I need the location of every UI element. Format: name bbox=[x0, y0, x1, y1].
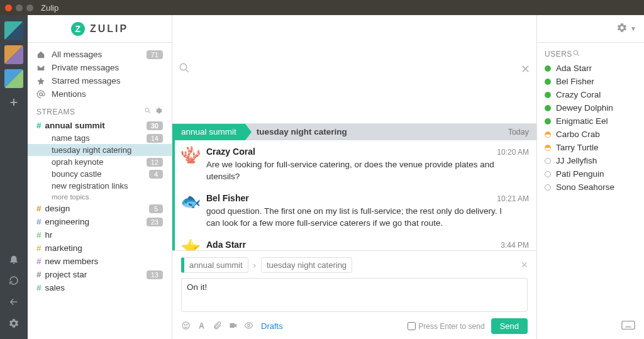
nav-private-messages[interactable]: Private messages bbox=[28, 61, 172, 74]
stream-label: engineering bbox=[45, 217, 90, 226]
stream-item[interactable]: #engineering23 bbox=[28, 215, 172, 228]
format-icon[interactable] bbox=[197, 321, 206, 332]
attach-icon[interactable] bbox=[213, 321, 222, 332]
user-item[interactable]: Sono Seahorse bbox=[537, 181, 644, 194]
user-item[interactable]: Ada Starr bbox=[537, 62, 644, 75]
compose-close-icon[interactable]: × bbox=[521, 258, 528, 272]
press-enter-checkbox[interactable] bbox=[408, 322, 416, 330]
stream-item[interactable]: #new members bbox=[28, 255, 172, 268]
compose-stream-chip[interactable]: annual summit bbox=[181, 257, 248, 273]
topic-label: new registration links bbox=[52, 181, 128, 191]
stream-item[interactable]: #hr bbox=[28, 228, 172, 242]
thread-topic-label[interactable]: tuesday night catering bbox=[257, 127, 347, 136]
users-header: USERS bbox=[537, 43, 644, 62]
press-enter-toggle[interactable]: Press Enter to send bbox=[408, 322, 484, 331]
thread-header: annual summit tuesday night catering Tod… bbox=[172, 124, 536, 140]
streams-header: STREAMS bbox=[28, 101, 172, 119]
avatar: ⭐ bbox=[180, 240, 201, 250]
stream-count-badge: 30 bbox=[147, 121, 163, 130]
nav-starred-messages[interactable]: Starred messages bbox=[28, 74, 172, 87]
stream-label: sales bbox=[45, 283, 65, 292]
send-button[interactable]: Send bbox=[491, 318, 528, 334]
stream-item[interactable]: #annual summit30 bbox=[28, 119, 172, 132]
window-maximize-button[interactable] bbox=[26, 4, 33, 11]
video-icon[interactable] bbox=[228, 321, 238, 332]
caret-down-icon[interactable]: ▼ bbox=[630, 25, 636, 32]
gear-icon[interactable] bbox=[616, 22, 628, 36]
message-text: good question. The first one on my list … bbox=[206, 205, 529, 230]
topic-item[interactable]: new registration links bbox=[28, 180, 172, 192]
stream-item[interactable]: #sales bbox=[28, 281, 172, 294]
more-topics-link[interactable]: more topics bbox=[28, 192, 172, 202]
back-icon[interactable] bbox=[8, 296, 19, 308]
reload-icon[interactable] bbox=[8, 275, 19, 286]
stream-label: design bbox=[45, 204, 70, 213]
thread-stream-chip[interactable]: annual summit bbox=[172, 124, 245, 140]
launcher-tile-2[interactable] bbox=[4, 45, 23, 64]
search-input[interactable] bbox=[195, 63, 521, 75]
user-name: Tarry Turtle bbox=[556, 143, 599, 152]
topic-item[interactable]: tuesday night catering bbox=[28, 144, 172, 156]
topic-item[interactable]: name tags14 bbox=[28, 132, 172, 144]
avatar: 🐟 bbox=[180, 193, 201, 214]
svg-point-12 bbox=[187, 324, 187, 325]
user-name: Ada Starr bbox=[556, 64, 592, 73]
user-item[interactable]: Tarry Turtle bbox=[537, 141, 644, 154]
user-name: Pati Penguin bbox=[556, 169, 604, 179]
stream-label: project star bbox=[45, 270, 87, 279]
user-item[interactable]: Crazy Coral bbox=[537, 88, 644, 101]
topic-count-badge: 14 bbox=[147, 134, 163, 143]
drafts-link[interactable]: Drafts bbox=[261, 321, 283, 331]
compose-textarea[interactable] bbox=[181, 278, 528, 312]
user-item[interactable]: Enigmatic Eel bbox=[537, 114, 644, 128]
user-item[interactable]: Carbo Crab bbox=[537, 128, 644, 141]
nav-count-badge: 71 bbox=[147, 50, 163, 59]
preview-icon[interactable] bbox=[244, 321, 253, 332]
launcher-tile-1[interactable] bbox=[4, 21, 23, 40]
hash-icon: # bbox=[36, 243, 42, 253]
clear-search-icon[interactable]: ✕ bbox=[521, 62, 530, 76]
hash-icon: # bbox=[36, 257, 42, 266]
topic-item[interactable]: bouncy castle4 bbox=[28, 168, 172, 180]
search-users-icon[interactable] bbox=[572, 49, 580, 59]
stream-item[interactable]: #project star13 bbox=[28, 268, 172, 281]
presence-indicator bbox=[545, 118, 551, 125]
compose-box: annual summit › tuesday night catering ×… bbox=[172, 250, 536, 339]
user-item[interactable]: JJ Jellyfish bbox=[537, 154, 644, 167]
emoji-icon[interactable] bbox=[181, 321, 191, 332]
message-time: 10:21 AM bbox=[497, 194, 529, 203]
topic-count-badge: 4 bbox=[149, 170, 163, 179]
launcher-add-button[interactable]: + bbox=[10, 94, 18, 111]
bell-icon[interactable] bbox=[8, 253, 19, 265]
stream-count-badge: 23 bbox=[147, 218, 163, 226]
search-streams-icon[interactable] bbox=[144, 107, 152, 116]
thread-stream-label: annual summit bbox=[181, 127, 236, 136]
compose-topic-chip[interactable]: tuesday night catering bbox=[261, 257, 352, 273]
streams-settings-icon[interactable] bbox=[155, 107, 163, 116]
launcher-tile-3[interactable] bbox=[4, 69, 23, 88]
keyboard-icon[interactable] bbox=[621, 320, 635, 333]
topic-label: oprah keynote bbox=[52, 157, 103, 167]
nav-label: Starred messages bbox=[52, 76, 121, 86]
svg-point-10 bbox=[182, 321, 189, 328]
window-close-button[interactable] bbox=[5, 4, 12, 11]
window-minimize-button[interactable] bbox=[16, 4, 23, 11]
topic-item[interactable]: oprah keynote12 bbox=[28, 156, 172, 168]
user-item[interactable]: Pati Penguin bbox=[537, 167, 644, 181]
user-item[interactable]: Bel Fisher bbox=[537, 75, 644, 88]
presence-indicator bbox=[545, 184, 551, 191]
brand-logo[interactable]: Z ZULIP bbox=[28, 22, 172, 36]
nav-all-messages[interactable]: All messages 71 bbox=[28, 48, 172, 61]
os-titlebar: Zulip bbox=[0, 0, 644, 15]
settings-icon[interactable] bbox=[8, 318, 19, 329]
stream-item[interactable]: #design5 bbox=[28, 202, 172, 215]
stream-item[interactable]: #marketing bbox=[28, 242, 172, 255]
svg-point-9 bbox=[180, 64, 187, 70]
envelope-icon bbox=[36, 64, 48, 72]
user-item[interactable]: Dewey Dolphin bbox=[537, 101, 644, 114]
presence-indicator bbox=[545, 131, 551, 138]
nav-label: Private messages bbox=[52, 63, 119, 72]
nav-mentions[interactable]: Mentions bbox=[28, 87, 172, 101]
compose-topic-label: tuesday night catering bbox=[267, 260, 347, 270]
hash-icon: # bbox=[36, 121, 42, 130]
